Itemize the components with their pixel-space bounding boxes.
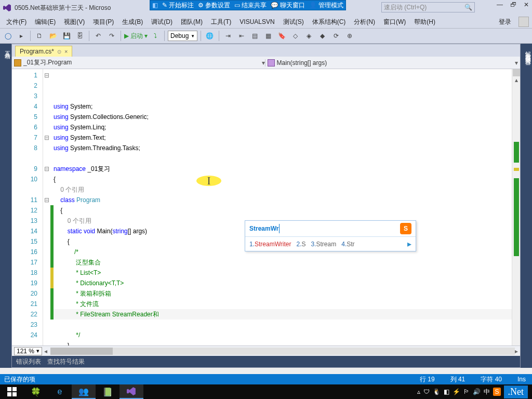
undo-icon[interactable]: ↶ (92, 30, 104, 42)
tray-up-icon[interactable]: ▵ (417, 388, 420, 395)
task-app3-icon[interactable]: 📗 (96, 384, 119, 399)
menu-edit[interactable]: 编辑(E) (32, 17, 59, 28)
ime-candidates[interactable]: 1.StreamWriter 2.S 3.Stream 4.Str ▸ (245, 237, 416, 251)
tray-vol-icon[interactable]: 🔊 (473, 388, 481, 395)
menu-login[interactable]: 登录 (496, 17, 514, 28)
share-start[interactable]: ✎ 开始标注 (162, 1, 194, 10)
system-tray[interactable]: ▵ 🛡 🐧 ◧ ⚡ 🏳 🔊 中 S .Net (417, 385, 532, 398)
run-step-icon[interactable]: ⤵ (150, 30, 161, 42)
document-tab[interactable]: Program.cs* ⊙ × (15, 46, 72, 57)
editor-footer: 121 % ▾ ◂ ▸ (12, 345, 520, 356)
task-ie-icon[interactable]: e (48, 384, 72, 399)
nav-back-icon[interactable]: ◯ (2, 30, 14, 42)
zoom-select[interactable]: 121 % ▾ (14, 347, 42, 355)
menu-file[interactable]: 文件(F) (3, 17, 30, 28)
scroll-right-icon[interactable]: ▸ (515, 348, 518, 355)
overview-ruler[interactable]: ▴ (512, 69, 520, 345)
quick-launch-input[interactable]: 速启动 (Ctrl+Q)🔍 (381, 2, 475, 12)
minimize-button[interactable]: — (497, 1, 503, 8)
run-button[interactable]: ▶ 启动 ▾ (124, 32, 148, 41)
indent-icon[interactable]: ⇥ (222, 30, 234, 42)
tb5-icon[interactable]: ⊕ (344, 30, 355, 42)
nav-fwd-icon[interactable]: ▸ (16, 30, 27, 42)
share-handle-icon[interactable]: ◧ (152, 2, 158, 9)
nav-class[interactable]: _01复习.Program (23, 58, 72, 67)
share-params[interactable]: ⚙ 参数设置 (198, 1, 230, 10)
redo-icon[interactable]: ↷ (106, 30, 117, 42)
menu-project[interactable]: 项目(P) (90, 17, 117, 28)
share-end[interactable]: ▭ 结束共享 (234, 1, 267, 10)
document-tabs: Program.cs* ⊙ × (12, 44, 520, 57)
split-icon[interactable] (513, 69, 520, 76)
tb1-icon[interactable]: ◇ (290, 30, 301, 42)
open-icon[interactable]: 📂 (47, 30, 59, 42)
bottom-panel-tabs: 错误列表 查找符号结果 (12, 356, 520, 367)
share-chat[interactable]: 💬 聊天窗口 (271, 1, 305, 10)
tab-error-list[interactable]: 错误列表 (16, 357, 41, 366)
menu-window[interactable]: 窗口(W) (380, 17, 409, 28)
scroll-left-icon[interactable]: ◂ (44, 348, 47, 355)
browser-icon[interactable]: 🌐 (204, 30, 216, 42)
menu-help[interactable]: 帮助(H) (411, 17, 438, 28)
tb3-icon[interactable]: ◆ (317, 30, 328, 42)
save-icon[interactable]: 💾 (61, 30, 72, 42)
task-vs-icon[interactable] (119, 384, 143, 399)
ime-input: StreamWr (249, 225, 278, 232)
ime-next-icon[interactable]: ▸ (407, 239, 411, 249)
fold-gutter[interactable]: ⊟⊟⊟⊟ (43, 69, 50, 345)
menu-svn[interactable]: VISUALSVN (236, 17, 277, 26)
outdent-icon[interactable]: ⇤ (236, 30, 247, 42)
menu-debug[interactable]: 调试(D) (148, 17, 176, 28)
comment-icon[interactable]: ▤ (249, 30, 261, 42)
bookmark-icon[interactable]: 🔖 (276, 30, 288, 42)
close-button[interactable]: ✕ (524, 1, 529, 8)
tab-find-symbols[interactable]: 查找符号结果 (47, 357, 85, 366)
menu-build[interactable]: 生成(B) (119, 17, 146, 28)
solution-explorer-tab[interactable]: 解决方案资源管理器 (521, 44, 532, 368)
title-bar: 0505.Net基础班第十三天 - Microso ◧ ✎ 开始标注 ⚙ 参数设… (0, 0, 532, 16)
menu-test[interactable]: 测试(S) (280, 17, 307, 28)
status-char: 字符 40 (481, 375, 502, 384)
save-all-icon[interactable]: 🗄 (74, 30, 86, 42)
nav-method[interactable]: Main(string[] args) (277, 59, 327, 66)
chevron-down-icon[interactable]: ▾ (515, 59, 518, 66)
tray-sogou-icon[interactable]: S (493, 388, 500, 396)
tray-net-icon[interactable]: ⚡ (453, 388, 460, 395)
code-area[interactable]: I using System;using System.Collections.… (54, 69, 512, 345)
cursor-highlight-icon: I (196, 176, 221, 186)
task-app2-icon[interactable]: 👥 (72, 384, 96, 399)
menu-tools[interactable]: 工具(T) (208, 17, 234, 28)
tray-flag-icon[interactable]: 🏳 (463, 388, 470, 395)
menu-team[interactable]: 团队(M) (178, 17, 206, 28)
horizontal-scrollbar[interactable] (50, 348, 515, 355)
menu-view[interactable]: 视图(V) (61, 17, 88, 28)
menu-arch[interactable]: 体系结构(C) (309, 17, 349, 28)
main-toolbar: ◯ ▸ 🗋 📂 💾 🗄 ↶ ↷ ▶ 启动 ▾ ⤵ Debug ▾ 🌐 ⇥ ⇤ ▤… (0, 28, 532, 44)
tray-shield-icon[interactable]: 🛡 (423, 388, 430, 395)
toolbox-panel-tab[interactable]: 工具箱 (0, 44, 11, 368)
svg-rect-1 (12, 387, 17, 391)
tray-qq-icon[interactable]: 🐧 (433, 388, 441, 395)
uncomment-icon[interactable]: ▦ (263, 30, 274, 42)
task-app1-icon[interactable]: 🍀 (24, 384, 48, 399)
scroll-up-icon[interactable]: ▴ (513, 76, 520, 84)
menu-analyze[interactable]: 分析(N) (351, 17, 378, 28)
config-select[interactable]: Debug ▾ (168, 31, 197, 41)
tray-ime-zh-icon[interactable]: 中 (484, 388, 490, 396)
tb4-icon[interactable]: ⟳ (330, 30, 342, 42)
restore-button[interactable]: 🗗 (510, 1, 516, 8)
share-toolbar: ◧ ✎ 开始标注 ⚙ 参数设置 ▭ 结束共享 💬 聊天窗口 👤 管理模式 (150, 0, 346, 10)
share-manage[interactable]: 👤 管理模式 (309, 1, 343, 10)
pin-icon[interactable]: ⊙ (57, 49, 61, 55)
user-avatar-icon[interactable] (518, 17, 529, 27)
ime-popup: StreamWrS 1.StreamWriter 2.S 3.Stream 4.… (245, 220, 416, 251)
line-number-gutter: 123456789101112131415161718192021222324 (12, 69, 43, 345)
tb2-icon[interactable]: ◈ (303, 30, 315, 42)
start-button[interactable] (0, 384, 24, 399)
status-bar: 已保存的项 行 19 列 41 字符 40 Ins (0, 374, 532, 384)
code-editor[interactable]: 123456789101112131415161718192021222324 … (12, 69, 520, 345)
new-project-icon[interactable]: 🗋 (34, 30, 45, 42)
close-tab-icon[interactable]: × (64, 48, 68, 55)
tray-app-icon[interactable]: ◧ (444, 388, 449, 395)
status-col: 列 41 (450, 375, 466, 384)
